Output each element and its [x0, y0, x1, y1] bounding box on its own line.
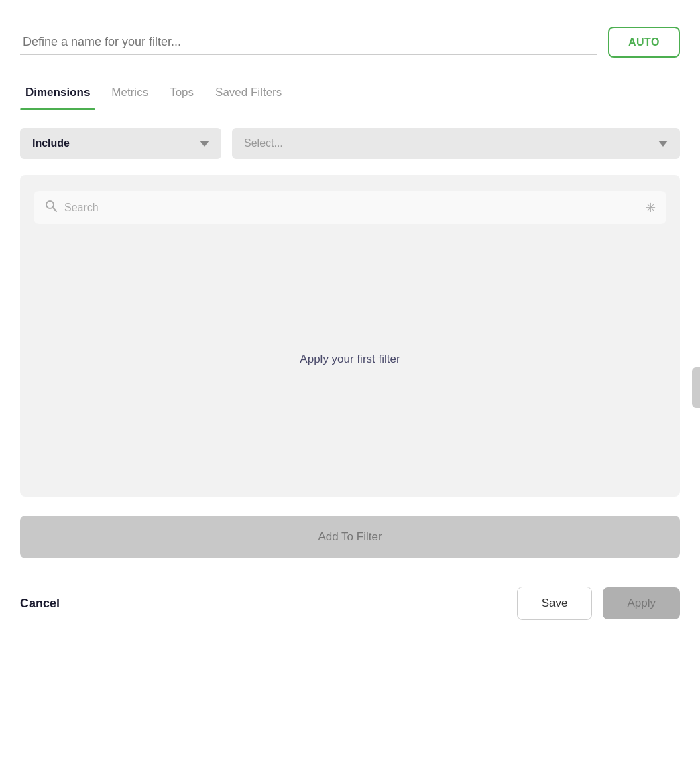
tab-dimensions[interactable]: Dimensions — [20, 78, 106, 109]
include-dropdown[interactable]: Include — [20, 128, 221, 159]
tab-tops[interactable]: Tops — [164, 78, 210, 109]
tab-metrics[interactable]: Metrics — [106, 78, 164, 109]
search-input[interactable] — [64, 202, 639, 214]
add-to-filter-button[interactable]: Add To Filter — [20, 516, 680, 558]
svg-line-1 — [53, 208, 56, 211]
modal-container: AUTO Dimensions Metrics Tops Saved Filte… — [0, 0, 700, 775]
empty-state-message: Apply your first filter — [34, 237, 666, 481]
filter-name-input[interactable] — [20, 29, 597, 55]
scroll-handle — [692, 367, 700, 408]
save-button[interactable]: Save — [517, 587, 593, 620]
search-panel: ✳ Apply your first filter — [20, 175, 680, 497]
header-row: AUTO — [20, 27, 680, 58]
tab-saved-filters[interactable]: Saved Filters — [210, 78, 298, 109]
search-icon — [44, 199, 58, 216]
auto-button[interactable]: AUTO — [608, 27, 680, 58]
select-dropdown[interactable]: Select... — [232, 128, 680, 159]
tabs-row: Dimensions Metrics Tops Saved Filters — [20, 78, 680, 109]
search-input-row: ✳ — [34, 191, 666, 224]
include-chevron-down-icon — [200, 141, 209, 147]
filter-controls-row: Include Select... — [20, 128, 680, 159]
footer-row: Cancel Save Apply — [20, 580, 680, 627]
select-chevron-down-icon — [658, 141, 668, 147]
select-placeholder: Select... — [244, 137, 283, 150]
footer-right-buttons: Save Apply — [517, 587, 680, 620]
cancel-button[interactable]: Cancel — [20, 589, 60, 619]
apply-button[interactable]: Apply — [603, 587, 680, 619]
loading-spinner-icon: ✳ — [646, 200, 656, 215]
include-label: Include — [32, 137, 70, 150]
